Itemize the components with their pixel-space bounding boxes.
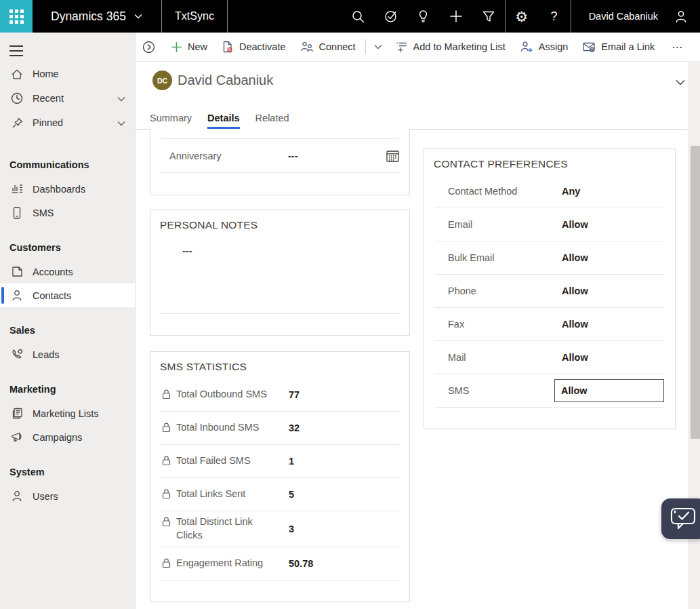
topbar-divider bbox=[227, 0, 228, 33]
command-label: Connect bbox=[319, 41, 356, 52]
person-icon bbox=[10, 490, 24, 502]
date-picker-button[interactable] bbox=[386, 150, 399, 162]
sidebar-item-leads[interactable]: Leads bbox=[0, 342, 135, 366]
tab-summary[interactable]: Summary bbox=[150, 109, 192, 129]
field-value[interactable]: Allow bbox=[562, 319, 588, 330]
sms-preference-field-focused[interactable]: Allow bbox=[554, 379, 664, 402]
chevron-down-icon[interactable] bbox=[117, 93, 125, 104]
lock-icon bbox=[162, 517, 171, 527]
megaphone-icon bbox=[10, 432, 24, 442]
sidebar-item-sms[interactable]: SMS bbox=[0, 201, 135, 224]
vertical-scrollbar-thumb[interactable] bbox=[691, 146, 700, 439]
help-button[interactable]: ? bbox=[538, 0, 571, 33]
marketing-list-icon bbox=[10, 408, 24, 419]
assign-person-icon bbox=[520, 41, 533, 52]
field-label-wrap: Total Links Sent bbox=[160, 488, 289, 501]
collapse-header-button[interactable] bbox=[676, 76, 685, 88]
sidebar-item-campaigns[interactable]: Campaigns bbox=[0, 425, 135, 449]
field-value: 32 bbox=[289, 423, 300, 433]
help-icon: ? bbox=[551, 10, 558, 22]
insights-button[interactable] bbox=[407, 0, 440, 33]
email-a-link-button[interactable]: Email a Link bbox=[575, 33, 662, 61]
new-button[interactable]: New bbox=[164, 33, 215, 61]
command-label: Deactivate bbox=[239, 41, 286, 52]
sidebar-group-marketing: Marketing Marketing Lists Campaigns bbox=[0, 366, 135, 449]
main-content: New Deactivate Connect bbox=[136, 33, 700, 609]
filter-button[interactable] bbox=[472, 0, 505, 33]
mobile-phone-icon bbox=[10, 207, 24, 219]
connect-dropdown-button[interactable] bbox=[368, 33, 388, 61]
personal-notes-card: PERSONAL NOTES --- bbox=[150, 210, 410, 336]
assign-button[interactable]: Assign bbox=[513, 33, 576, 61]
search-icon bbox=[352, 10, 365, 23]
sidebar-item-label: Recent bbox=[33, 93, 64, 104]
brand-menu[interactable]: Dynamics 365 bbox=[33, 9, 161, 24]
field-label-wrap: Total Inbound SMS bbox=[160, 421, 289, 435]
sidebar-group-title: Marketing bbox=[0, 366, 135, 401]
field-value: 5 bbox=[289, 489, 294, 500]
pref-row-fax: Fax Allow bbox=[435, 308, 664, 341]
plus-icon bbox=[450, 10, 462, 22]
create-new-button[interactable] bbox=[440, 0, 472, 33]
avatar: DC bbox=[152, 71, 172, 90]
email-link-icon bbox=[583, 42, 595, 52]
sitemap-collapse-button[interactable] bbox=[9, 43, 24, 58]
field-value[interactable]: Allow bbox=[562, 286, 588, 296]
record-header: DC David Cabaniuk bbox=[136, 62, 700, 109]
stat-row-engagement-rating: Engagement Rating 50.78 bbox=[160, 547, 400, 581]
connect-button[interactable]: Connect bbox=[293, 33, 363, 61]
task-check-button[interactable] bbox=[375, 0, 407, 33]
field-label: Total Failed SMS bbox=[176, 454, 251, 468]
sidebar-item-accounts[interactable]: Accounts bbox=[0, 260, 135, 283]
chevron-down-icon[interactable] bbox=[117, 117, 125, 128]
personal-notes-value[interactable]: --- bbox=[182, 245, 409, 256]
user-name-label: David Cabaniuk bbox=[571, 11, 666, 22]
lock-icon bbox=[162, 558, 171, 568]
sidebar-item-recent[interactable]: Recent bbox=[0, 86, 135, 111]
settings-button[interactable]: ⚙ bbox=[506, 0, 538, 33]
tab-related[interactable]: Related bbox=[255, 109, 289, 129]
stat-row-total-links-sent: Total Links Sent 5 bbox=[160, 478, 400, 511]
field-value: 77 bbox=[289, 389, 300, 400]
sidebar-item-contacts[interactable]: Contacts bbox=[0, 283, 135, 307]
sidebar-item-label: SMS bbox=[33, 208, 54, 218]
more-commands-button[interactable]: ⋯ bbox=[662, 41, 693, 54]
sidebar-group-title: Customers bbox=[0, 224, 135, 260]
field-value[interactable]: Allow bbox=[562, 252, 588, 263]
field-value[interactable]: Any bbox=[562, 186, 580, 197]
field-value[interactable]: Allow bbox=[562, 219, 588, 230]
lock-icon bbox=[162, 456, 171, 466]
chat-widget-button[interactable] bbox=[661, 498, 700, 539]
circle-chevron-icon bbox=[142, 41, 155, 54]
sidebar-item-marketing-lists[interactable]: Marketing Lists bbox=[0, 401, 135, 425]
chevron-down-icon bbox=[374, 44, 382, 50]
field-label: Phone bbox=[448, 286, 562, 296]
record-title: David Cabaniuk bbox=[178, 73, 273, 88]
field-label: Email bbox=[448, 219, 562, 230]
field-label-wrap: Total Distinct Link Clicks bbox=[160, 515, 289, 542]
details-form-body: Anniversary --- PERSONAL NOTES --- SMS S… bbox=[136, 130, 700, 609]
app-launcher-button[interactable] bbox=[0, 0, 33, 33]
deactivate-icon bbox=[222, 41, 233, 53]
connect-people-icon bbox=[301, 41, 313, 52]
field-value[interactable]: --- bbox=[288, 151, 298, 161]
pref-row-sms: SMS Allow bbox=[435, 374, 664, 408]
site-map-sidebar: Home Recent Pinned Communications bbox=[0, 33, 136, 609]
sidebar-item-dashboards[interactable]: Dashboards bbox=[0, 177, 135, 201]
sidebar-item-users[interactable]: Users bbox=[0, 484, 135, 508]
app-name-label: TxtSync bbox=[162, 10, 227, 22]
search-button[interactable] bbox=[342, 0, 375, 33]
app-screen: Dynamics 365 TxtSync ⚙ ? David Cabaniu bbox=[0, 0, 700, 609]
command-bar: New Deactivate Connect bbox=[136, 33, 700, 62]
field-label: Anniversary bbox=[161, 151, 288, 161]
sidebar-item-home[interactable]: Home bbox=[0, 62, 135, 86]
add-to-marketing-list-button[interactable]: Add to Marketing List bbox=[388, 33, 513, 61]
tab-details[interactable]: Details bbox=[207, 109, 240, 129]
sidebar-item-pinned[interactable]: Pinned bbox=[0, 111, 135, 135]
collapse-command-bar-button[interactable] bbox=[142, 41, 155, 54]
deactivate-button[interactable]: Deactivate bbox=[215, 33, 293, 61]
sidebar-group-sales: Sales Leads bbox=[0, 307, 135, 366]
account-button[interactable] bbox=[666, 0, 696, 33]
field-value[interactable]: Allow bbox=[562, 352, 588, 363]
lightbulb-icon bbox=[417, 9, 429, 23]
